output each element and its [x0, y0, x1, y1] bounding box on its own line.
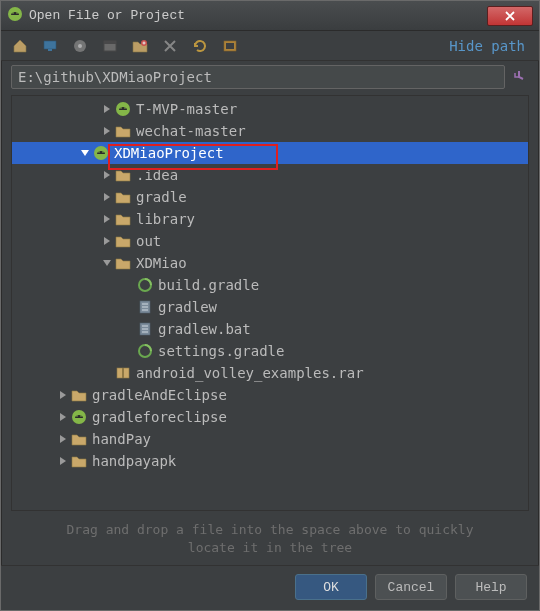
tree-node[interactable]: library [12, 208, 528, 230]
folder-icon [70, 431, 88, 447]
android-icon [70, 409, 88, 425]
titlebar: Open File or Project [1, 1, 539, 31]
tree-node-label: out [136, 233, 161, 249]
tree-node[interactable]: android_volley_examples.rar [12, 362, 528, 384]
chevron-right-icon[interactable] [56, 389, 70, 401]
tree-node-label: gradlew.bat [158, 321, 251, 337]
folder-icon [114, 211, 132, 227]
tree-node[interactable]: handpayapk [12, 450, 528, 472]
tree-node[interactable]: XDMiaoProject [12, 142, 528, 164]
tree-node-label: wechat-master [136, 123, 246, 139]
tree-node-label: gradleforeclipse [92, 409, 227, 425]
folder-icon [114, 189, 132, 205]
folder-icon [114, 233, 132, 249]
file-icon [136, 299, 154, 315]
tree-node[interactable]: gradleforeclipse [12, 406, 528, 428]
chevron-right-icon[interactable] [56, 455, 70, 467]
new-folder-icon[interactable] [131, 37, 149, 55]
project-icon[interactable] [71, 37, 89, 55]
hint-line-1: Drag and drop a file into the space abov… [67, 522, 474, 537]
dialog-window: Open File or Project Hide path T-MVP-mas… [0, 0, 540, 611]
tree-node[interactable]: build.gradle [12, 274, 528, 296]
folder-icon [70, 387, 88, 403]
cancel-button[interactable]: Cancel [375, 574, 447, 600]
chevron-right-icon[interactable] [100, 169, 114, 181]
chevron-right-icon[interactable] [56, 433, 70, 445]
tree-node[interactable]: gradle [12, 186, 528, 208]
archive-icon [114, 365, 132, 381]
tree-node[interactable]: .idea [12, 164, 528, 186]
file-tree[interactable]: T-MVP-masterwechat-masterXDMiaoProject.i… [11, 95, 529, 511]
chevron-right-icon[interactable] [100, 103, 114, 115]
path-history-icon[interactable] [509, 65, 529, 89]
tree-node-label: XDMiaoProject [114, 145, 224, 161]
tree-node-label: library [136, 211, 195, 227]
hint-text: Drag and drop a file into the space abov… [1, 517, 539, 565]
chevron-right-icon[interactable] [100, 213, 114, 225]
chevron-right-icon[interactable] [100, 125, 114, 137]
tree-node-label: T-MVP-master [136, 101, 237, 117]
app-icon [7, 6, 23, 26]
path-row [1, 61, 539, 95]
folder-icon [114, 123, 132, 139]
tree-node[interactable]: handPay [12, 428, 528, 450]
refresh-icon[interactable] [191, 37, 209, 55]
chevron-right-icon[interactable] [100, 191, 114, 203]
ok-button[interactable]: OK [295, 574, 367, 600]
chevron-down-icon[interactable] [78, 147, 92, 159]
tree-node-label: gradle [136, 189, 187, 205]
tree-node-label: settings.gradle [158, 343, 284, 359]
gradle-icon [136, 277, 154, 293]
tree-node[interactable]: gradlew.bat [12, 318, 528, 340]
tree-node[interactable]: gradlew [12, 296, 528, 318]
window-title: Open File or Project [29, 8, 487, 23]
close-button[interactable] [487, 6, 533, 26]
button-bar: OK Cancel Help [1, 565, 539, 610]
delete-icon[interactable] [161, 37, 179, 55]
tree-node[interactable]: wechat-master [12, 120, 528, 142]
home-icon[interactable] [11, 37, 29, 55]
tree-node-label: XDMiao [136, 255, 187, 271]
toolbar: Hide path [1, 31, 539, 61]
desktop-icon[interactable] [41, 37, 59, 55]
folder-icon [114, 167, 132, 183]
module-icon[interactable] [101, 37, 119, 55]
path-input[interactable] [11, 65, 505, 89]
tree-node-label: .idea [136, 167, 178, 183]
tree-node[interactable]: XDMiao [12, 252, 528, 274]
show-hidden-icon[interactable] [221, 37, 239, 55]
tree-node[interactable]: gradleAndEclipse [12, 384, 528, 406]
tree-node-label: handPay [92, 431, 151, 447]
android-icon [114, 101, 132, 117]
tree-node[interactable]: T-MVP-master [12, 98, 528, 120]
tree-node-label: android_volley_examples.rar [136, 365, 364, 381]
hint-line-2: locate it in the tree [188, 540, 352, 555]
android-icon [92, 145, 110, 161]
gradle-icon [136, 343, 154, 359]
chevron-right-icon[interactable] [100, 235, 114, 247]
folder-icon [114, 255, 132, 271]
file-icon [136, 321, 154, 337]
chevron-right-icon[interactable] [56, 411, 70, 423]
folder-icon [70, 453, 88, 469]
chevron-down-icon[interactable] [100, 257, 114, 269]
tree-node-label: build.gradle [158, 277, 259, 293]
close-icon [504, 10, 516, 22]
tree-node-label: handpayapk [92, 453, 176, 469]
tree-node[interactable]: out [12, 230, 528, 252]
tree-node[interactable]: settings.gradle [12, 340, 528, 362]
tree-node-label: gradleAndEclipse [92, 387, 227, 403]
help-button[interactable]: Help [455, 574, 527, 600]
hide-path-link[interactable]: Hide path [449, 38, 529, 54]
tree-node-label: gradlew [158, 299, 217, 315]
